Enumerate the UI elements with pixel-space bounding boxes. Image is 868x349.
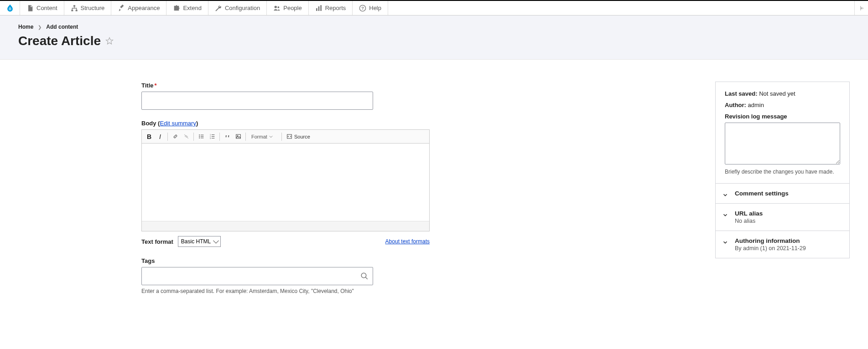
tags-help-text: Enter a comma-separated list. For exampl… — [141, 288, 570, 294]
revision-log-label: Revision log message — [725, 113, 840, 120]
svg-point-12 — [199, 138, 200, 139]
separator — [245, 133, 246, 141]
editor-footer — [142, 221, 429, 231]
separator — [167, 133, 168, 141]
toolbar-collapse-button[interactable] — [854, 1, 868, 15]
paintbrush-icon — [118, 5, 125, 12]
toolbar-help[interactable]: ? Help — [353, 1, 388, 15]
italic-button[interactable]: I — [155, 131, 166, 142]
svg-point-10 — [199, 134, 200, 135]
toolbar-configuration[interactable]: Configuration — [208, 1, 267, 15]
author-value: admin — [748, 102, 764, 108]
body-label-text: Body — [141, 120, 156, 127]
collapse-icon — [858, 5, 865, 11]
bullet-list-icon — [198, 133, 204, 139]
toolbar-label: Configuration — [225, 5, 260, 11]
quote-icon — [224, 133, 230, 139]
chevron-right-icon: ❯ — [38, 25, 42, 30]
about-text-formats-link[interactable]: About text formats — [385, 238, 430, 245]
link-button[interactable] — [170, 131, 181, 142]
svg-rect-14 — [200, 136, 203, 137]
toolbar-reports[interactable]: Reports — [309, 1, 353, 15]
tags-input[interactable] — [141, 267, 373, 285]
text-format-select[interactable]: Basic HTML — [178, 236, 221, 247]
help-icon: ? — [359, 5, 366, 12]
caret-down-icon — [269, 135, 273, 139]
author-label: Author: — [725, 102, 746, 108]
svg-rect-20 — [211, 136, 214, 137]
edit-summary-link[interactable]: Edit summary — [160, 120, 196, 127]
toolbar-extend[interactable]: Extend — [166, 1, 208, 15]
svg-point-3 — [275, 5, 277, 8]
star-icon[interactable] — [105, 37, 114, 45]
source-icon — [286, 133, 292, 139]
accordion-authoring-info[interactable]: Authoring information By admin (1) on 20… — [716, 231, 849, 258]
svg-point-11 — [199, 136, 200, 137]
toolbar-appearance[interactable]: Appearance — [111, 1, 166, 15]
hierarchy-icon — [71, 5, 78, 12]
accordion-title: URL alias — [735, 210, 840, 217]
tags-field-wrapper: Tags Enter a comma-separated list. For e… — [141, 257, 570, 294]
page-title: Create Article — [18, 34, 850, 48]
toolbar-label: Content — [36, 5, 57, 11]
accordion-url-alias[interactable]: URL alias No alias — [716, 204, 849, 231]
meta-box: Last saved: Not saved yet Author: admin … — [715, 82, 850, 258]
puzzle-icon — [173, 5, 180, 12]
svg-rect-15 — [200, 138, 203, 138]
svg-rect-19 — [211, 134, 214, 135]
svg-point-4 — [278, 6, 280, 8]
bar-chart-icon — [315, 5, 322, 12]
numbered-list-button[interactable]: 123 — [207, 131, 218, 142]
toolbar-label: Help — [369, 5, 381, 11]
separator — [219, 133, 220, 141]
svg-rect-6 — [318, 6, 319, 11]
page-header: Home ❯ Add content Create Article — [0, 15, 868, 60]
link-icon — [172, 133, 178, 139]
bold-button[interactable]: B — [144, 131, 155, 142]
chevron-down-icon — [722, 192, 728, 198]
bullet-list-button[interactable] — [196, 131, 207, 142]
format-dropdown[interactable]: Format — [248, 134, 280, 139]
meta-accordion: Comment settings URL alias No alias Auth… — [716, 183, 849, 258]
toolbar-people[interactable]: People — [267, 1, 308, 15]
accordion-title: Comment settings — [735, 190, 840, 197]
required-mark: * — [155, 82, 157, 89]
toolbar-content[interactable]: Content — [20, 1, 64, 15]
toolbar-structure[interactable]: Structure — [64, 1, 112, 15]
image-icon — [235, 133, 241, 139]
revision-log-textarea[interactable] — [725, 123, 840, 164]
svg-point-25 — [361, 273, 366, 278]
wrench-icon — [215, 5, 222, 12]
toolbar-label: Appearance — [128, 5, 160, 11]
image-button[interactable] — [233, 131, 244, 142]
breadcrumb: Home ❯ Add content — [18, 24, 850, 30]
drupal-logo[interactable] — [0, 1, 20, 15]
body-field-wrapper: Body (Edit summary) B I 123 — [141, 120, 570, 247]
toolbar-spacer — [388, 1, 854, 15]
separator — [281, 133, 282, 141]
unlink-button[interactable] — [181, 131, 192, 142]
format-dropdown-label: Format — [251, 134, 267, 139]
title-input[interactable] — [141, 92, 373, 110]
breadcrumb-add-content[interactable]: Add content — [46, 24, 78, 30]
blockquote-button[interactable] — [222, 131, 233, 142]
body-label-row: Body (Edit summary) — [141, 120, 570, 127]
svg-rect-5 — [316, 8, 317, 11]
toolbar-label: People — [283, 5, 301, 11]
toolbar-label: Structure — [81, 5, 105, 11]
source-button[interactable]: Source — [284, 133, 313, 139]
svg-rect-1 — [71, 10, 73, 11]
breadcrumb-home[interactable]: Home — [18, 24, 33, 30]
last-saved: Last saved: Not saved yet — [725, 90, 840, 97]
accordion-subtitle: No alias — [735, 218, 840, 224]
svg-rect-7 — [320, 5, 322, 11]
editor-body[interactable] — [142, 144, 429, 221]
chevron-down-icon — [722, 239, 728, 246]
source-button-label: Source — [294, 134, 310, 139]
svg-text:?: ? — [361, 6, 364, 10]
author: Author: admin — [725, 102, 840, 108]
revision-help-text: Briefly describe the changes you have ma… — [725, 169, 840, 175]
accordion-comment-settings[interactable]: Comment settings — [716, 184, 849, 204]
people-icon — [273, 5, 281, 12]
last-saved-value: Not saved yet — [759, 90, 795, 97]
